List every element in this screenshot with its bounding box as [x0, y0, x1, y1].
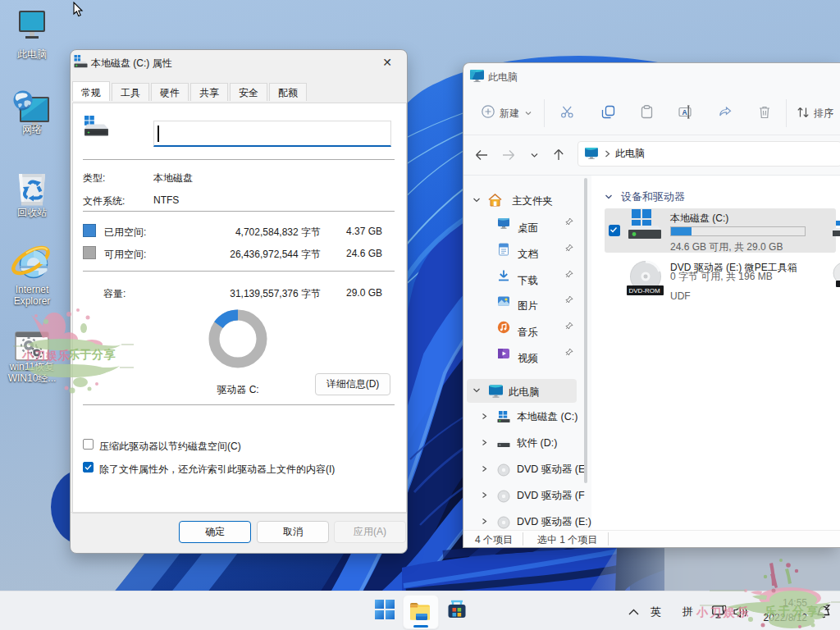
svg-text:A: A	[682, 108, 687, 116]
svg-text:DVD-ROM: DVD-ROM	[629, 287, 661, 294]
